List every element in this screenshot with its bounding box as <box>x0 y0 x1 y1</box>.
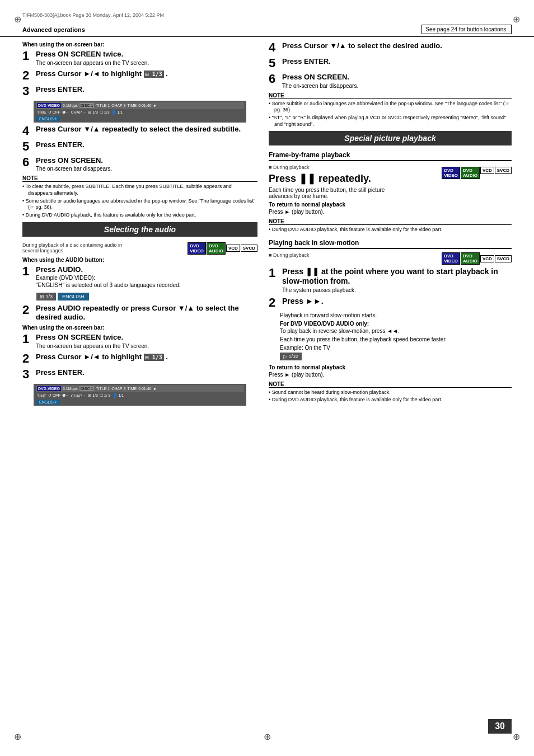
os2-step-3: 3 Press ENTER. <box>22 368 257 381</box>
fbf-badge-svcd: SVCD <box>495 167 512 174</box>
cd-display: ⊞ 1/3 <box>36 293 56 300</box>
audio-step-num-2: 2 <box>22 304 34 316</box>
note-item-1-2: Some subtitle or audio languages are abb… <box>22 198 257 211</box>
fbf-badge-dvd-video: DVDVIDEO <box>442 167 460 179</box>
step-number-5: 5 <box>22 140 34 153</box>
slow-step2-title: Press ►►. <box>282 297 512 306</box>
slow-badge-svcd: SVCD <box>495 255 512 262</box>
english-highlight-1: ENGLISH <box>36 116 60 121</box>
subtitle-step-6: 6 Press ON SCREEN. The on-screen bar dis… <box>22 156 257 172</box>
slow-step-1: 1 Press ❚❚ at the point where you want t… <box>269 267 512 293</box>
fbf-badge-vcd: VCD <box>480 167 494 174</box>
fbf-return-desc: Press ► (play button). <box>269 209 512 215</box>
right-note-box: NOTE Some subtitle or audio languages ar… <box>269 92 512 128</box>
left-column: When using the on-screen bar: 1 Press ON… <box>22 41 257 408</box>
right-step5-title: Press ENTER. <box>282 57 512 66</box>
subtitle-step-4: 4 Press Cursor ▼/▲ repeatedly to select … <box>22 125 257 137</box>
right-step-5: 5 Press ENTER. <box>269 57 512 69</box>
when-using-onscreen-label-1: When using the on-screen bar: <box>22 41 257 48</box>
audio-step-num-1: 1 <box>22 265 34 278</box>
dvd-screen-2: DVD-VIDEO 6.1Mbps DISC 1 TITLE 1 CHAP 3 … <box>34 384 246 406</box>
audio-step-2: 2 Press AUDIO repeatedly or press Cursor… <box>22 304 257 321</box>
slow-step1-desc: The system pauses playback. <box>282 287 512 293</box>
os2-step1-title: Press ON SCREEN twice. <box>36 333 257 342</box>
badge-svcd: SVCD <box>241 245 257 252</box>
frame-by-frame-title: Frame-by-frame playback <box>269 151 512 161</box>
os2-step-2: 2 Press Cursor ►/◄ to highlight ⊞ 1/3 . <box>22 353 257 365</box>
os2-step-num-3: 3 <box>22 368 34 381</box>
os2-step2-highlight: ⊞ 1/3 <box>144 354 164 361</box>
slow-return-desc: Press ► (play button). <box>269 372 512 378</box>
slow-motion-title: Playing back in slow-motion <box>269 239 512 249</box>
subtitle-note-box: NOTE To clear the subtitle, press SUBTIT… <box>22 175 257 218</box>
step2-title: Press Cursor ►/◄ to highlight ⊞ 1/3 . <box>36 69 257 78</box>
corner-mark-bm: ⊕ <box>264 731 271 742</box>
os2-step3-title: Press ENTER. <box>36 368 257 377</box>
fbf-note-title: NOTE <box>269 218 512 225</box>
right-step-6: 6 Press ON SCREEN. The on-screen bar dis… <box>269 73 512 89</box>
dvd-screen-1: DVD-VIDEO 6.1Mbps DISC 1 TITLE 1 CHAP 3 … <box>34 101 246 123</box>
slow-step1-title: Press ❚❚ at the point where you want to … <box>282 267 512 286</box>
badge-vcd: VCD <box>226 245 240 252</box>
slow-step2-desc1: Playback in forward slow-motion starts. <box>280 312 512 318</box>
slow-badge-dvd-audio: DVDAUDIO <box>461 252 480 265</box>
note-title-1: NOTE <box>22 175 257 182</box>
right-step-num-6: 6 <box>269 73 280 85</box>
audio-step-1: 1 Press AUDIO. Example (DVD VIDEO): "ENG… <box>22 265 257 289</box>
step6-title: Press ON SCREEN. <box>36 156 257 165</box>
step-number-6: 6 <box>22 156 34 168</box>
fbf-step-desc: Each time you press the button, the stil… <box>269 187 392 199</box>
step5-title: Press ENTER. <box>36 140 257 149</box>
special-playback-title: Special picture playback <box>269 131 512 145</box>
slow-example-label: Example: On the TV <box>280 345 512 351</box>
fbf-format-badges: DVDVIDEO DVDAUDIO VCD SVCD <box>442 167 512 179</box>
right-note-item-2: "ST", "L" or "R" is displayed when playi… <box>269 115 512 128</box>
slow-step-num-1: 1 <box>269 267 280 279</box>
audio-step2-title: Press AUDIO repeatedly or press Cursor ▼… <box>36 304 257 321</box>
right-step6-desc: The on-screen bar disappears. <box>282 83 512 89</box>
corner-mark-tr: ⊕ <box>513 14 520 25</box>
step-number-1: 1 <box>22 50 34 62</box>
slow-return-title: To return to normal playback <box>269 364 512 370</box>
audio-step1-desc2: "ENGLISH" is selected out of 3 audio lan… <box>36 282 257 288</box>
fbf-during-label: ■ During playback <box>269 165 392 170</box>
file-info: TIFM508-303[A].book Page 30 Monday, Apri… <box>0 11 534 19</box>
slow-note-item-1: Sound cannot be heard during slow-motion… <box>269 389 512 396</box>
corner-mark-tl: ⊕ <box>14 14 21 25</box>
header-bar: Advanced operations See page 24 for butt… <box>0 22 534 37</box>
step1-desc: The on-screen bar appears on the TV scre… <box>36 60 257 66</box>
slow-step2-note-label: For DVD VIDEO/DVD AUDIO only: <box>280 321 512 327</box>
step-number-2: 2 <box>22 69 34 82</box>
step-number-3: 3 <box>22 85 34 97</box>
when-using-onscreen-label-2: When using the on-screen bar: <box>22 325 257 331</box>
right-step-num-5: 5 <box>269 57 280 69</box>
note-item-1-1: To clear the subtitle, press SUBTITLE. E… <box>22 184 257 196</box>
slow-step1-row: ■ During playback DVDVIDEO DVDAUDIO VCD … <box>269 252 512 265</box>
note-item-1-3: During DVD AUDIO playback, this feature … <box>22 212 257 219</box>
slow-step-num-2: 2 <box>269 297 280 309</box>
right-step4-title: Press Cursor ▼/▲ to select the desired a… <box>282 41 512 50</box>
english-highlight-2: ENGLISH <box>36 400 60 405</box>
fbf-note-item-1: During DVD AUDIO playback, this feature … <box>269 227 512 233</box>
fbf-note-box: NOTE During DVD AUDIO playback, this fea… <box>269 218 512 233</box>
step6-desc: The on-screen bar disappears. <box>36 166 257 172</box>
slow-note-box: NOTE Sound cannot be heard during slow-m… <box>269 381 512 403</box>
slow-note-title: NOTE <box>269 381 512 388</box>
right-step6-title: Press ON SCREEN. <box>282 73 512 82</box>
english-label: ENGLISH <box>58 293 89 300</box>
audio-format-badges: DVDVIDEO DVDAUDIO VCD SVCD <box>188 242 257 255</box>
right-step-4: 4 Press Cursor ▼/▲ to select the desired… <box>269 41 512 54</box>
slow-badge-vcd: VCD <box>480 255 494 262</box>
badge-dvd-audio: DVDAUDIO <box>207 242 226 255</box>
slow-step2-note-desc: To play back in reverse slow-motion, pre… <box>280 328 512 334</box>
badge-dvd-video: DVDVIDEO <box>188 242 206 255</box>
slow-note-item-2: During DVD AUDIO playback, this feature … <box>269 397 512 403</box>
audio-during-row: During playback of a disc containing aud… <box>22 242 257 255</box>
fbf-during-row: ■ During playback Press ❚❚ repeatedly. E… <box>269 165 512 199</box>
slow-during-label: ■ During playback <box>269 252 309 258</box>
step3-title: Press ENTER. <box>36 85 257 94</box>
step1-title: Press ON SCREEN twice. <box>36 50 257 59</box>
selecting-audio-title: Selecting the audio <box>22 222 257 237</box>
audio-step1-title: Press AUDIO. <box>36 265 257 274</box>
when-using-audio-label: When using the AUDIO button: <box>22 257 257 263</box>
